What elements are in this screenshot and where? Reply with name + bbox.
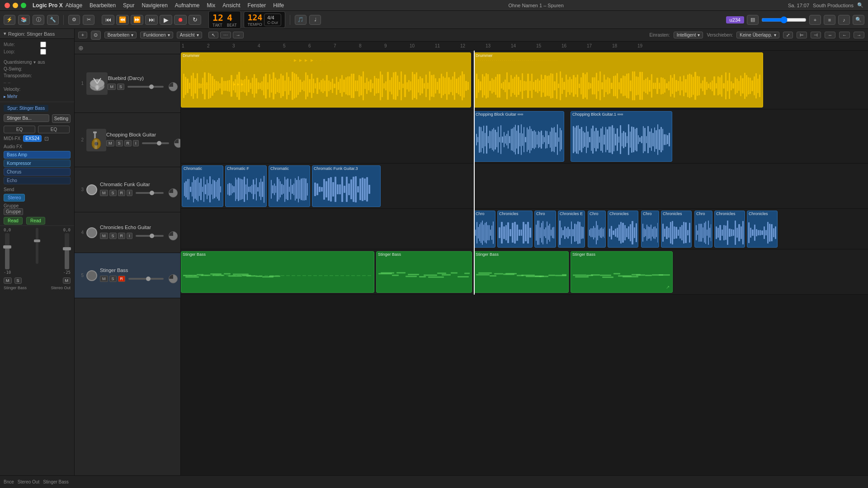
fast-rewind-btn[interactable]: ⏪	[116, 15, 129, 25]
maximize-button[interactable]	[21, 3, 26, 8]
tuner-btn[interactable]: 🎵	[295, 15, 307, 25]
tool-arrow[interactable]: →	[233, 32, 244, 38]
clip-chro-3[interactable]: Chro	[588, 211, 606, 248]
vol-knob-3[interactable]	[169, 188, 178, 197]
vol-slider-3[interactable]	[136, 192, 164, 194]
menu-bearbeiten[interactable]: Bearbeiten	[90, 2, 116, 9]
bottom-m-btn[interactable]: M	[4, 277, 12, 284]
clip-chronicles-3[interactable]: Chronicles	[661, 211, 692, 248]
clip-chronicles-4[interactable]: Chronicles	[714, 211, 745, 248]
ansicht-dropdown[interactable]: Ansicht ▾	[177, 32, 202, 38]
search-btn[interactable]: 🔍	[853, 15, 864, 25]
time-sig[interactable]: 4/4 C-Dur	[264, 14, 281, 26]
vol-slider-5[interactable]	[128, 278, 164, 280]
menu-mix[interactable]: Mix	[207, 2, 216, 9]
clip-chro-2[interactable]: Chro	[534, 211, 556, 248]
bearbeiten-dropdown[interactable]: Bearbeiten ▾	[104, 32, 137, 38]
zoom-in-btn[interactable]: +	[809, 15, 821, 25]
tool-select[interactable]: ↖	[208, 32, 218, 38]
stereo-btn[interactable]: Stereo	[4, 194, 25, 202]
mute-1[interactable]: M	[108, 84, 116, 90]
setting-btn[interactable]: Setting	[52, 114, 71, 123]
solo-5[interactable]: S	[109, 276, 117, 282]
mute-2[interactable]: M	[106, 140, 114, 146]
menu-navigieren[interactable]: Navigieren	[142, 2, 167, 9]
clip-chro-4[interactable]: Chro	[641, 211, 659, 248]
clip-bass-1[interactable]: Stinger Bass	[181, 251, 374, 293]
tempo-display[interactable]: 124 TEMPO 4/4 C-Dur	[244, 11, 286, 28]
list-view-btn[interactable]: ≡	[824, 15, 835, 25]
chorus-btn[interactable]: Chorus	[4, 168, 71, 176]
left-bound-btn[interactable]: ⊢	[797, 32, 807, 38]
rec-4[interactable]: R	[118, 233, 126, 239]
input-2[interactable]: I	[133, 140, 139, 146]
menu-fenster[interactable]: Fenster	[248, 2, 266, 9]
clip-chopping-2[interactable]: Chopping Block Guitar.1 ∞∞	[571, 111, 672, 162]
rec-2[interactable]: R	[124, 140, 132, 146]
mixer-btn[interactable]: ▤	[747, 15, 759, 25]
bottom-s-btn[interactable]: S	[14, 277, 22, 284]
zoom-slider[interactable]	[761, 16, 807, 23]
collapse-btn[interactable]: ⊕	[78, 44, 84, 52]
menu-ablage[interactable]: Ablage	[66, 2, 82, 9]
bottom-m2-btn[interactable]: M	[63, 277, 71, 284]
vol-knob-2[interactable]	[174, 139, 181, 148]
more-btn[interactable]: ▸ Mehr	[4, 94, 18, 99]
rec-3[interactable]: R	[118, 190, 126, 196]
inspector-btn[interactable]: 🔧	[47, 15, 59, 25]
settings-btn[interactable]: ⚙	[68, 15, 80, 25]
vol-knob-4[interactable]	[169, 231, 178, 240]
mute-5[interactable]: M	[100, 276, 108, 282]
clip-chromatic-3[interactable]: Chromatic	[269, 165, 310, 207]
minimize-button[interactable]	[13, 3, 18, 8]
fader2-handle[interactable]	[34, 239, 40, 242]
mute-4[interactable]: M	[100, 233, 108, 239]
clip-chromatic-2[interactable]: Chromatic F	[225, 165, 267, 207]
info-btn[interactable]: ⓘ	[33, 15, 44, 25]
einrasten-select[interactable]: Intelligent ▾	[674, 32, 703, 38]
clip-chromatic-1[interactable]: Chromatic	[182, 165, 223, 207]
fader3[interactable]	[65, 233, 69, 269]
note-view-btn[interactable]: ♪	[838, 15, 850, 25]
out-marker-btn[interactable]: →	[854, 32, 864, 38]
eq-left-btn[interactable]: EQ	[4, 126, 35, 133]
verschieben-select[interactable]: Keine Überlapp. ▾	[736, 32, 779, 38]
purple-action-btn[interactable]: u234	[726, 16, 744, 23]
fast-forward-btn[interactable]: ⏩	[131, 15, 143, 25]
clip-chronicles-e[interactable]: Chronicles E	[558, 211, 585, 248]
arrange-area[interactable]: 1 2 3 4 5 6 7 8 9 10 11 12 13 14 15 16 1	[181, 42, 868, 475]
compressor-btn[interactable]: Kompressor	[4, 160, 71, 167]
clip-chro-1[interactable]: Chro	[474, 211, 495, 248]
echo-btn[interactable]: Echo	[4, 177, 71, 184]
clip-chronicles-5[interactable]: Chronicles	[747, 211, 778, 248]
solo-1[interactable]: S	[117, 84, 124, 90]
menu-ansicht[interactable]: Ansicht	[222, 2, 240, 9]
snap-btn[interactable]: ⤢	[783, 32, 793, 38]
vol-knob-5[interactable]	[169, 274, 178, 283]
loop-checkbox[interactable]	[40, 49, 46, 55]
add-track-btn[interactable]: +	[78, 32, 87, 38]
mute-checkbox[interactable]	[40, 42, 46, 47]
input-4[interactable]: I	[127, 233, 132, 239]
vol-slider-1[interactable]	[127, 86, 164, 88]
menu-spur[interactable]: Spur	[123, 2, 134, 9]
align-btn[interactable]: ↔	[825, 32, 835, 38]
read-btn2[interactable]: Read	[26, 217, 45, 225]
play-btn[interactable]: ▶	[160, 15, 172, 25]
loop-record-btn[interactable]: ⊙	[91, 31, 101, 40]
plugin-name-btn[interactable]: Stinger Ba...	[4, 114, 49, 122]
metronome-btn[interactable]: ♩	[309, 15, 321, 25]
toolbar-edit[interactable]: ✂	[83, 15, 94, 25]
empty-arrange-area[interactable]	[181, 295, 868, 385]
eq-right-btn[interactable]: EQ	[38, 126, 70, 133]
clip-chronicles-1[interactable]: Chronicles	[497, 211, 533, 248]
clip-bass-4[interactable]: Stinger Bass ↗	[571, 251, 673, 293]
library-toggle[interactable]: 📚	[18, 15, 30, 25]
vol-knob-1[interactable]	[169, 82, 178, 91]
clip-chro-5[interactable]: Chro	[694, 211, 712, 248]
vol-slider-2[interactable]	[142, 142, 169, 144]
mute-3[interactable]: M	[100, 190, 108, 196]
solo-4[interactable]: S	[109, 233, 117, 239]
tracks-scroll[interactable]: Drummer · · · · · · · · · · · · · · · · …	[181, 51, 868, 475]
menu-help[interactable]: Hilfe	[273, 2, 284, 9]
